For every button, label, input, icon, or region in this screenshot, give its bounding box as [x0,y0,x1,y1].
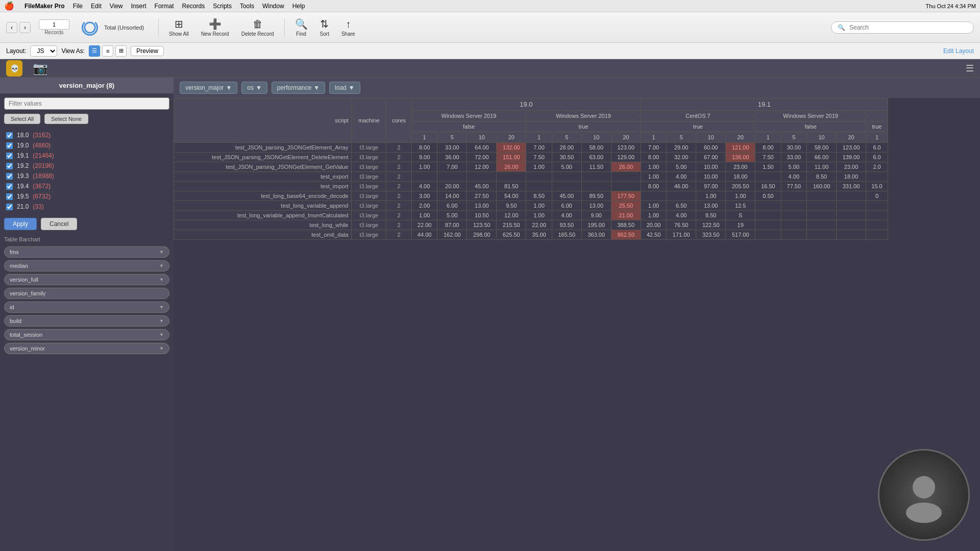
table-row: test_importt3.large24.0020.0045.0081.508… [174,182,888,191]
row-label: test_JSON_parsing_JSONGetElement_DeleteE… [174,153,352,162]
filter-item[interactable]: 19.3 (18988) [4,171,169,181]
filter-item[interactable]: 19.5 (6732) [4,191,169,202]
value-cell: 363.00 [581,230,611,240]
cores-cell: 2 [386,143,412,153]
camera-icon[interactable]: 📷 [33,61,48,76]
menu-file[interactable]: File [73,3,83,10]
filter-item[interactable]: 19.1 (21464) [4,151,169,161]
value-cell [667,191,696,201]
value-cell: 4.00 [552,211,581,220]
filter-pill-version_full[interactable]: version_full▼ [4,274,169,285]
view-form-button[interactable]: ☰ [89,45,100,57]
layout-select[interactable]: JS [30,45,57,57]
view-list-button[interactable]: ≡ [102,45,113,57]
value-cell [807,211,837,220]
menu-tools[interactable]: Tools [240,3,254,10]
filter-pill-version_family[interactable]: version_family [4,288,169,299]
value-cell: 8.00 [755,143,781,153]
sort-button[interactable]: ⇅ Sort [316,16,333,39]
col-filter-load[interactable]: load▼ [329,82,360,94]
filter-item[interactable]: 21.0 (33) [4,202,169,212]
filter-pill-id[interactable]: id▼ [4,302,169,313]
cores-cell: 2 [386,191,412,201]
filter-pill-fms[interactable]: fms▼ [4,246,169,258]
value-cell: 12.00 [467,162,497,172]
filter-pill-label: version_full [10,277,38,283]
data-table-wrapper[interactable]: scriptmachinecores19.019.1Windows Server… [174,98,980,240]
filter-pill-label: median [10,263,28,269]
sep-1 [158,18,159,37]
value-cell: 7.00 [437,162,467,172]
col-filter-os[interactable]: os▼ [241,82,267,94]
cores-cell: 2 [386,172,412,182]
cores-col-header: cores [386,98,412,143]
select-all-button[interactable]: Select All [4,114,40,124]
filter-item[interactable]: 19.2 (20196) [4,161,169,171]
menu-format[interactable]: Format [155,3,174,10]
value-cell [781,191,806,201]
table-row: test_JSON_parsing_JSONGetElement_Arrayt3… [174,143,888,153]
value-cell: 162.00 [437,230,467,240]
filter-pill-median[interactable]: median▼ [4,260,169,271]
filter-item[interactable]: 19.4 (3672) [4,181,169,191]
filter-checkbox[interactable] [6,193,13,200]
view-table-button[interactable]: ⊞ [115,45,127,57]
filter-pill-total_session[interactable]: total_session▼ [4,329,169,340]
menu-view[interactable]: View [110,3,123,10]
filter-checkbox[interactable] [6,204,13,210]
value-cell: 20.00 [437,182,467,191]
filter-checkbox[interactable] [6,142,13,149]
filter-pill-version_minor[interactable]: version_minor▼ [4,343,169,354]
menu-scripts[interactable]: Scripts [213,3,232,10]
value-cell: 1.00 [696,191,726,201]
filter-checkbox[interactable] [6,183,13,190]
search-icon: 🔍 [838,24,845,31]
value-cell: 331.00 [837,182,866,191]
delete-record-button[interactable]: 🗑 Delete Record [237,16,278,39]
value-cell: 10.00 [696,172,726,182]
menu-insert[interactable]: Insert [131,3,146,10]
filter-checkbox[interactable] [6,173,13,180]
value-cell: 11.50 [581,162,611,172]
apply-button[interactable]: Apply [4,218,37,230]
menu-edit[interactable]: Edit [91,3,102,10]
cancel-button[interactable]: Cancel [41,218,77,230]
filter-checkbox[interactable] [6,153,13,159]
new-record-icon: ➕ [209,18,222,30]
col-filter-version_major[interactable]: version_major▼ [180,82,237,94]
find-button[interactable]: 🔍 Find [291,16,312,39]
select-none-button[interactable]: Select None [44,114,88,124]
hamburger-menu[interactable]: ☰ [966,63,974,74]
value-cell: 151.00 [497,153,526,162]
preview-button[interactable]: Preview [131,46,164,56]
value-cell: 1.50 [755,162,781,172]
menu-help[interactable]: Help [292,3,305,10]
edit-layout-button[interactable]: Edit Layout [943,47,974,55]
filter-count: (21464) [33,152,54,159]
value-cell: 1.00 [411,162,437,172]
col-filter-performance[interactable]: performance▼ [272,82,325,94]
filter-header: version_major (8) [0,78,174,93]
value-cell: 22.00 [526,220,552,230]
filter-item[interactable]: 19.0 (4860) [4,140,169,151]
value-cell: 1.00 [526,211,552,220]
filter-checkbox[interactable] [6,132,13,139]
value-cell: 5.00 [667,162,696,172]
nav-forward-button[interactable]: › [19,22,31,33]
value-cell: 122.50 [696,220,726,230]
show-all-button[interactable]: ⊞ Show All [165,16,192,39]
nav-back-button[interactable]: ‹ [6,22,17,33]
menu-records[interactable]: Records [182,3,205,10]
value-cell: 8.50 [696,211,726,220]
filter-item[interactable]: 18.0 (3162) [4,130,169,140]
machine-cell: t3.large [352,182,386,191]
apple-logo[interactable]: 🍎 [4,1,14,11]
records-input[interactable] [39,19,69,30]
search-input[interactable] [849,24,962,31]
filter-values-input[interactable] [4,97,169,110]
new-record-button[interactable]: ➕ New Record [197,16,233,39]
share-button[interactable]: ↑ Share [337,16,359,39]
menu-window[interactable]: Window [262,3,284,10]
filter-checkbox[interactable] [6,163,13,169]
filter-pill-build[interactable]: build▼ [4,315,169,327]
